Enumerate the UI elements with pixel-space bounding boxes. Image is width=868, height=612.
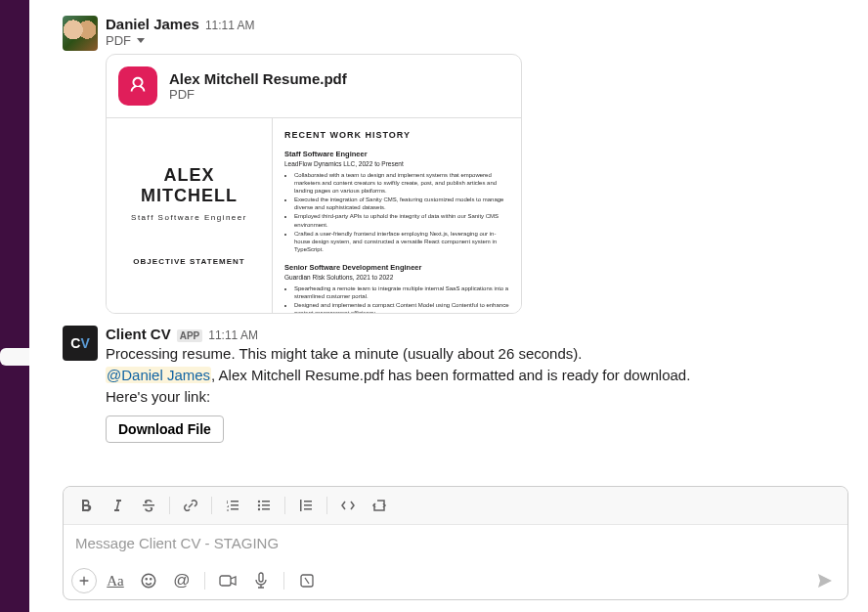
file-sub-label: PDF <box>106 33 131 48</box>
code-button[interactable] <box>333 491 363 520</box>
file-preview: ALEX MITCHELL Staff Software Engineer OB… <box>107 117 521 313</box>
section-heading: RECENT WORK HISTORY <box>284 130 509 140</box>
chevron-down-icon <box>137 38 145 43</box>
message-header: Daniel James 11:11 AM <box>106 16 848 32</box>
author-name[interactable]: Client CV <box>106 326 171 342</box>
pdf-icon <box>118 66 157 106</box>
text-line: @Daniel James, Alex Mitchell Resume.pdf … <box>106 365 848 386</box>
toolbar-separator <box>211 497 212 514</box>
rail-tab-indicator <box>0 348 29 366</box>
video-button[interactable] <box>213 566 242 595</box>
audio-button[interactable] <box>246 566 276 595</box>
message-row: CV Client CV APP 11:11 AM Processing res… <box>63 322 868 451</box>
avatar[interactable] <box>63 16 98 51</box>
download-file-button[interactable]: Download File <box>106 415 224 443</box>
svg-rect-7 <box>259 573 263 582</box>
message-text: Processing resume. This might take a min… <box>106 343 848 408</box>
job-bullets: Collaborated with a team to design and i… <box>284 171 509 253</box>
message-body: Client CV APP 11:11 AM Processing resume… <box>106 326 848 443</box>
italic-button[interactable] <box>103 491 132 520</box>
preview-right-column: RECENT WORK HISTORY Staff Software Engin… <box>273 118 521 313</box>
message-composer: Message Client CV - STAGING Aa @ <box>63 486 848 600</box>
blockquote-button[interactable] <box>291 491 321 520</box>
svg-point-4 <box>146 579 147 580</box>
formatting-toolbar <box>64 487 847 525</box>
send-button[interactable] <box>810 566 840 595</box>
job-subtitle: Guardian Risk Solutions, 2021 to 2022 <box>284 274 509 281</box>
toolbar-separator <box>326 497 327 514</box>
message-body: Daniel James 11:11 AM PDF Alex Mitchell … <box>106 16 848 314</box>
svg-point-3 <box>142 574 155 588</box>
timestamp: 11:11 AM <box>205 19 255 32</box>
svg-point-0 <box>258 501 260 503</box>
toolbar-separator <box>283 572 284 590</box>
file-attachment-card[interactable]: Alex Mitchell Resume.pdf PDF ALEX MITCHE… <box>106 54 522 314</box>
link-button[interactable] <box>176 491 205 520</box>
toolbar-separator <box>204 572 205 590</box>
author-name[interactable]: Daniel James <box>106 16 199 32</box>
file-name: Alex Mitchell Resume.pdf <box>169 70 347 87</box>
text-line: Processing resume. This might take a min… <box>106 343 848 365</box>
timestamp: 11:11 AM <box>208 328 258 342</box>
emoji-button[interactable] <box>134 566 163 595</box>
bold-button[interactable] <box>71 491 101 520</box>
message-input[interactable]: Message Client CV - STAGING <box>64 525 847 562</box>
job-bullets: Spearheading a remote team to integrate … <box>284 284 509 313</box>
composer-actions: Aa @ <box>64 562 847 599</box>
svg-point-1 <box>258 504 260 506</box>
left-rail <box>0 0 29 612</box>
bullet-list-button[interactable] <box>249 491 279 520</box>
job-title: Senior Software Development Engineer <box>284 263 509 272</box>
text-line: Here's your link: <box>106 386 848 408</box>
preview-left-column: ALEX MITCHELL Staff Software Engineer OB… <box>107 118 273 313</box>
svg-point-2 <box>258 508 260 510</box>
input-placeholder: Message Client CV - STAGING <box>75 535 279 551</box>
resume-objective-label: OBJECTIVE STATEMENT <box>133 257 244 266</box>
strikethrough-button[interactable] <box>134 491 163 520</box>
app-badge: APP <box>177 329 203 342</box>
format-toggle-button[interactable]: Aa <box>101 566 130 595</box>
code-block-button[interactable] <box>365 491 394 520</box>
avatar[interactable]: CV <box>63 326 98 361</box>
message-row: Daniel James 11:11 AM PDF Alex Mitchell … <box>63 12 868 322</box>
message-header: Client CV APP 11:11 AM <box>106 326 848 342</box>
resume-name: ALEX MITCHELL <box>141 165 238 205</box>
file-type: PDF <box>169 87 347 102</box>
file-subheader[interactable]: PDF <box>106 33 848 48</box>
resume-job-title: Staff Software Engineer <box>131 213 247 222</box>
message-list: Daniel James 11:11 AM PDF Alex Mitchell … <box>63 0 868 486</box>
attach-button[interactable] <box>71 568 97 593</box>
job-title: Staff Software Engineer <box>284 150 509 158</box>
ordered-list-button[interactable] <box>218 491 247 520</box>
main-area: Daniel James 11:11 AM PDF Alex Mitchell … <box>29 0 868 612</box>
toolbar-separator <box>169 497 170 514</box>
file-info: Alex Mitchell Resume.pdf PDF <box>169 70 347 102</box>
mention-button[interactable]: @ <box>167 566 196 595</box>
svg-point-5 <box>151 579 152 580</box>
file-card-header: Alex Mitchell Resume.pdf PDF <box>107 55 521 117</box>
job-subtitle: LeadFlow Dynamics LLC, 2022 to Present <box>284 160 509 167</box>
shortcuts-button[interactable] <box>292 566 322 595</box>
toolbar-separator <box>284 497 285 514</box>
svg-rect-6 <box>220 576 231 586</box>
mention[interactable]: @Daniel James <box>106 367 211 383</box>
